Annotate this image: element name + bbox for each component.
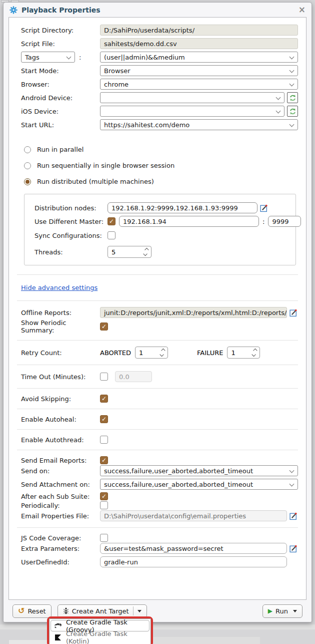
send-on-label: Send on: — [21, 467, 100, 475]
divider — [17, 450, 298, 450]
tags-type-select[interactable]: Tags — [21, 52, 75, 63]
run-sequential-option[interactable]: Run sequentially in single browser sessi… — [17, 162, 298, 169]
create-ant-target-button[interactable]: Create Ant Target — [58, 604, 147, 618]
threads-label: Threads: — [34, 248, 108, 256]
edit-icon — [290, 308, 298, 317]
enable-autothread-label: Enable Autothread: — [21, 436, 100, 444]
hide-advanced-settings-link[interactable]: Hide advanced settings — [21, 284, 98, 291]
timeout-row: Time Out (Minutes): 0.0 — [17, 371, 298, 382]
chevron-down-icon — [290, 482, 294, 487]
distribution-nodes-label: Distribution nodes: — [34, 204, 108, 212]
master-port-input[interactable]: 9999 — [268, 216, 301, 227]
menu-item-label: Create Gradle Task (Kotlin) — [66, 630, 146, 644]
ios-device-select[interactable] — [100, 106, 284, 117]
after-each-sub-suite-checkbox[interactable] — [100, 492, 108, 500]
run-parallel-option[interactable]: Run in parallel — [17, 146, 298, 153]
kotlin-logo-icon — [54, 634, 62, 640]
avoid-skipping-checkbox[interactable] — [100, 395, 108, 403]
enable-autoheal-label: Enable Autoheal: — [21, 416, 100, 423]
extra-parameters-input[interactable]: &user=test&mask_password=secret — [100, 543, 287, 554]
chevron-down-icon — [276, 95, 281, 100]
refresh-ios-devices-button[interactable] — [287, 106, 298, 117]
enable-autothread-checkbox[interactable] — [100, 436, 108, 444]
threads-spinner[interactable]: 5 — [108, 246, 152, 258]
divider — [17, 409, 298, 409]
user-defined-id-input[interactable]: gradle-run — [100, 556, 287, 567]
script-file-row: Script File: sahitests/demo.dd.csv — [17, 38, 298, 49]
play-icon: ▶ — [268, 607, 272, 614]
after-each-sub-suite-label: After each Sub Suite: — [21, 493, 100, 500]
spinner-arrows[interactable] — [158, 347, 168, 358]
send-email-reports-checkbox[interactable] — [100, 456, 108, 464]
chevron-down-icon — [66, 55, 72, 60]
divider — [17, 388, 298, 389]
offline-reports-label: Offline Reports: — [21, 309, 100, 316]
use-different-master-row: Use Different Master: 192.168.1.94 : 999… — [30, 216, 290, 227]
retry-count-label: Retry Count: — [21, 349, 100, 357]
edit-email-properties-icon[interactable] — [290, 512, 298, 520]
dialog-titlebar: Playback Properties × — [4, 3, 312, 17]
chevron-down-icon — [290, 68, 294, 73]
menu-item-create-gradle-task-kotlin[interactable]: Create Gradle Task (Kotlin) — [50, 631, 150, 643]
divider — [17, 429, 298, 430]
sync-configurations-row: Sync Configurations: — [30, 231, 290, 239]
start-mode-select[interactable]: Browser — [100, 65, 298, 76]
offline-reports-input[interactable]: junit:D:/reports/junit,xml:D:/reports/xm… — [100, 307, 287, 318]
start-url-select[interactable]: https://sahitest.com/demo — [100, 119, 298, 130]
send-attachment-on-label: Send Attachment on: — [21, 481, 100, 488]
periodically-label: Periodically: — [21, 502, 100, 509]
master-colon: : — [262, 218, 264, 225]
user-defined-id-row: UserDefinedId: gradle-run — [17, 556, 298, 567]
edit-offline-reports-icon[interactable] — [290, 308, 298, 317]
edit-distribution-nodes-icon[interactable] — [260, 204, 268, 212]
periodically-checkbox[interactable] — [100, 501, 108, 509]
script-file-input[interactable]: sahitests/demo.dd.csv — [100, 38, 298, 49]
spinner-arrows[interactable] — [141, 246, 151, 257]
aborted-label: ABORTED — [100, 349, 131, 357]
after-each-sub-suite-row: After each Sub Suite: — [17, 492, 298, 500]
sync-configurations-checkbox[interactable] — [108, 231, 116, 239]
distribution-nodes-input[interactable]: 192.168.1.92:9999,192.168.1.93:9999 — [108, 202, 258, 213]
tags-select[interactable]: (user||admin)&&medium — [100, 52, 298, 63]
run-distributed-option[interactable]: Run distributed (multiple machines) — [17, 178, 298, 185]
ant-target-dropdown-toggle[interactable] — [133, 606, 142, 615]
script-directory-input[interactable]: D:/SahiPro/userdata/scripts/ — [100, 25, 298, 36]
js-code-coverage-checkbox[interactable] — [100, 534, 108, 542]
enable-autothread-row: Enable Autothread: — [17, 436, 298, 444]
close-icon[interactable]: × — [298, 6, 306, 14]
avoid-skipping-label: Avoid Skipping: — [21, 395, 100, 403]
enable-autoheal-checkbox[interactable] — [100, 415, 108, 423]
edit-icon — [260, 204, 268, 212]
chevron-down-icon — [276, 109, 281, 114]
ant-icon — [63, 607, 69, 614]
android-device-select[interactable] — [100, 92, 284, 103]
ios-device-label: iOS Device: — [21, 108, 100, 115]
timeout-checkbox[interactable] — [100, 373, 108, 381]
retry-count-row: Retry Count: ABORTED 1 FAILURE 1 — [17, 347, 298, 359]
js-code-coverage-row: JS Code Coverage: — [17, 534, 298, 542]
spinner-arrows[interactable] — [250, 347, 260, 358]
send-on-row: Send on: success,failure,user_aborted,ab… — [17, 465, 298, 476]
email-properties-file-label: Email Properties File: — [21, 512, 100, 520]
use-different-master-checkbox[interactable] — [108, 217, 116, 225]
email-properties-file-input: D:\SahiPro\userdata\config\email.propert… — [100, 510, 287, 521]
browser-row: Browser: chrome — [17, 79, 298, 90]
radio-button[interactable] — [24, 146, 31, 153]
refresh-android-devices-button[interactable] — [287, 92, 298, 103]
master-host-input[interactable]: 192.168.1.94 — [119, 216, 259, 227]
android-device-row: Android Device: — [17, 92, 298, 103]
script-directory-row: Script Directory: D:/SahiPro/userdata/sc… — [17, 25, 298, 36]
retry-aborted-spinner[interactable]: 1 — [135, 347, 168, 359]
browser-select[interactable]: chrome — [100, 79, 298, 90]
reset-button[interactable]: ↺ Reset — [12, 604, 52, 618]
show-periodic-summary-checkbox[interactable] — [100, 323, 108, 331]
retry-failure-spinner[interactable]: 1 — [227, 347, 260, 359]
send-attachment-on-select[interactable]: success,failure,user_aborted,aborted_tim… — [100, 479, 298, 490]
run-button[interactable]: ▶ Run — [262, 604, 302, 618]
tags-colon: : — [79, 54, 81, 61]
edit-extra-parameters-icon[interactable] — [290, 544, 298, 553]
radio-button[interactable] — [24, 178, 31, 185]
radio-button[interactable] — [24, 162, 31, 169]
chevron-down-icon — [290, 55, 294, 60]
send-on-select[interactable]: success,failure,user_aborted,aborted_tim… — [100, 465, 298, 476]
